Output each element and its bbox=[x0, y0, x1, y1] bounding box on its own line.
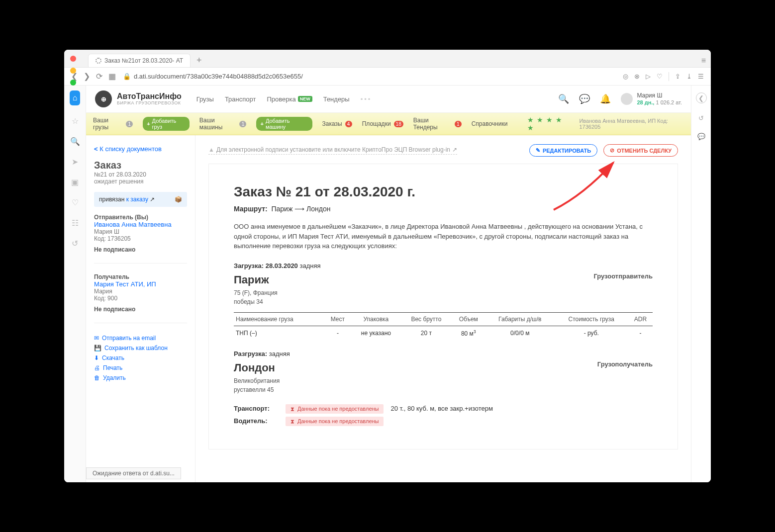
firm-label: Иванова Анна Матвеевна, ИП Код: 1736205 bbox=[579, 118, 684, 130]
sub-nav: Ваши грузы1 +Добавить груз Ваши машины1 … bbox=[86, 113, 691, 135]
cargo-box-icon: 📦 bbox=[175, 196, 182, 203]
action-print[interactable]: 🖨Печать bbox=[94, 363, 187, 373]
history-icon[interactable]: ↺ bbox=[698, 114, 704, 122]
subnav-your-trucks[interactable]: Ваши машины1 bbox=[199, 117, 247, 131]
driver-not-provided: ⧗Данные пока не предоставлены bbox=[286, 417, 384, 426]
subnav-your-cargo[interactable]: Ваши грузы1 bbox=[93, 117, 133, 131]
recip-person: Мария bbox=[94, 288, 187, 295]
nav-transport[interactable]: Транспорт bbox=[225, 95, 256, 103]
edit-button[interactable]: ✎ РЕДАКТИРОВАТЬ bbox=[529, 144, 597, 157]
sender-head: Отправитель (Вы) bbox=[94, 214, 187, 221]
trash-icon: 🗑 bbox=[94, 374, 100, 381]
rail-send-icon[interactable]: ➤ bbox=[72, 157, 78, 167]
rating-stars-icon: ★ ★ ★ ★ ★ bbox=[527, 116, 569, 132]
driver-row: Водитель: ⧗Данные пока не предоставлены bbox=[234, 417, 653, 426]
sender-code: Код: 1736205 bbox=[94, 235, 187, 242]
doc-kind-heading: Заказ bbox=[94, 160, 187, 171]
consignor-label: Грузоотправитель bbox=[593, 272, 653, 280]
user-name: Мария Ш bbox=[637, 92, 682, 99]
recip-head: Получатель bbox=[94, 273, 187, 280]
print-icon: 🖨 bbox=[94, 364, 100, 371]
rail-search-icon[interactable]: 🔍 bbox=[70, 137, 80, 146]
external-link-icon: ↗ bbox=[452, 146, 457, 153]
sender-sign-status: Не подписано bbox=[94, 246, 187, 253]
brand-sub: БИРЖА ГРУЗОПЕРЕВОЗОК bbox=[117, 101, 182, 106]
user-menu[interactable]: Мария Ш 28 дн., 1 026.2 ат. bbox=[621, 92, 682, 106]
back-to-list-link[interactable]: < К списку документов bbox=[94, 145, 187, 153]
lock-icon: 🔒 bbox=[123, 73, 131, 80]
nav-more-icon[interactable]: ••• bbox=[361, 95, 372, 103]
window-close-icon[interactable] bbox=[70, 56, 76, 62]
browser-tabs: Заказ №21от 28.03.2020- АТ + ≡ bbox=[64, 50, 711, 68]
unload-head: Разгрузка: задняя bbox=[234, 350, 653, 357]
document-area: ▲ Для электронной подписи установите или… bbox=[195, 135, 691, 482]
address-bar[interactable]: 🔒 d.ati.su/document/738a00c39e744b04888d… bbox=[123, 73, 616, 80]
doc-number: №21 от 28.03.2020 bbox=[94, 171, 187, 178]
rail-clock-icon[interactable]: ↺ bbox=[72, 239, 78, 248]
url-text: d.ati.su/document/738a00c39e744b04888d5d… bbox=[134, 73, 303, 80]
sender-person: Мария Ш bbox=[94, 228, 187, 235]
share-icon[interactable]: ⇪ bbox=[675, 73, 680, 80]
sender-link[interactable]: Иванова Анна Матвеевна bbox=[94, 221, 187, 228]
to-city: Лондон bbox=[234, 361, 653, 374]
transport-row: Транспорт: ⧗Данные пока не предоставлены… bbox=[234, 404, 653, 414]
transport-not-provided: ⧗Данные пока не предоставлены bbox=[286, 404, 384, 414]
search-icon[interactable]: 🔍 bbox=[558, 93, 569, 104]
subnav-add-cargo[interactable]: +Добавить груз bbox=[143, 117, 190, 131]
ext-icon-1[interactable]: ⊗ bbox=[634, 73, 640, 80]
route-line: Маршрут: Париж ⟶ Лондон bbox=[234, 205, 653, 213]
brand-name: АвтоТрансИнфо bbox=[117, 92, 182, 101]
subnav-directory[interactable]: Справочники bbox=[472, 120, 508, 127]
rail-shield-icon[interactable]: ☆ bbox=[72, 116, 79, 126]
heart-icon[interactable]: ♡ bbox=[657, 73, 663, 80]
window-min-icon[interactable] bbox=[70, 68, 76, 74]
rail-news-icon[interactable]: ☷ bbox=[72, 218, 79, 228]
chat-icon[interactable]: 💬 bbox=[579, 93, 590, 104]
sidebar-icon[interactable]: ☰ bbox=[698, 73, 704, 80]
collapse-panel-icon[interactable]: ❮ bbox=[696, 92, 707, 103]
tabs-menu-icon[interactable]: ≡ bbox=[701, 56, 706, 65]
brand-logo-icon[interactable]: ⊕ bbox=[95, 90, 112, 107]
action-save-template[interactable]: 💾Сохранить как шаблон bbox=[94, 343, 187, 353]
linked-order-box[interactable]: привязан к заказу ↗ 📦 bbox=[94, 192, 187, 207]
hourglass-icon: ⧗ bbox=[291, 418, 294, 425]
browser-tab[interactable]: Заказ №21от 28.03.2020- АТ bbox=[88, 54, 191, 67]
recip-link[interactable]: Мария Тест АТИ, ИП bbox=[94, 280, 187, 288]
nav-cargo[interactable]: Грузы bbox=[196, 95, 214, 103]
hourglass-icon: ⧗ bbox=[291, 406, 294, 412]
subnav-platforms[interactable]: Площадки18 bbox=[362, 120, 403, 127]
rail-heart-icon[interactable]: ♡ bbox=[72, 198, 79, 207]
rail-home-icon[interactable]: ⌂ bbox=[70, 90, 81, 105]
from-addr: победы 34 bbox=[234, 298, 653, 305]
avatar-icon bbox=[621, 93, 633, 105]
bell-icon[interactable]: 🔔 bbox=[600, 93, 611, 104]
downloads-icon[interactable]: ⤓ bbox=[686, 73, 692, 80]
subnav-your-tenders[interactable]: Ваши Тендеры1 bbox=[413, 117, 462, 131]
rail-grid-icon[interactable]: ▣ bbox=[71, 177, 79, 187]
cargo-table: Наименование груза Мест Упаковка Вес бру… bbox=[234, 312, 653, 340]
ext-left-rail: ⌂ ☆ 🔍 ➤ ▣ ♡ ☷ ↺ bbox=[64, 86, 86, 482]
window-max-icon[interactable] bbox=[70, 80, 76, 86]
stop-icon: ⊘ bbox=[610, 147, 614, 154]
ext-icon-2[interactable]: ▷ bbox=[646, 73, 651, 80]
subnav-orders[interactable]: Заказы4 bbox=[322, 120, 352, 127]
chat-panel-icon[interactable]: 💬 bbox=[697, 133, 705, 140]
action-download[interactable]: ⬇Скачать bbox=[94, 353, 187, 363]
nav-check[interactable]: Проверка NEW bbox=[267, 95, 312, 103]
apps-icon[interactable]: ▦ bbox=[108, 72, 116, 81]
crypto-warning-link[interactable]: ▲ Для электронной подписи установите или… bbox=[208, 146, 457, 155]
nav-tenders[interactable]: Тендеры bbox=[323, 95, 350, 103]
reload-icon[interactable]: ⟳ bbox=[96, 72, 102, 81]
warn-icon: ▲ bbox=[208, 146, 214, 153]
forward-icon[interactable]: ❯ bbox=[84, 72, 90, 81]
ext-right-rail: ❮ ↺ 💬 bbox=[691, 86, 711, 482]
doc-intro: ООО анна именуемое в дальнейшем «Заказчи… bbox=[234, 222, 653, 251]
new-badge: NEW bbox=[298, 96, 312, 102]
camera-icon[interactable]: ◎ bbox=[623, 73, 628, 80]
subnav-add-truck[interactable]: +Добавить машину bbox=[256, 117, 312, 131]
action-send-email[interactable]: ✉Отправить на email bbox=[94, 333, 187, 343]
cancel-deal-button[interactable]: ⊘ ОТМЕНИТЬ СДЕЛКУ bbox=[603, 144, 678, 157]
action-delete[interactable]: 🗑Удалить bbox=[94, 373, 187, 383]
new-tab-button[interactable]: + bbox=[194, 54, 205, 67]
mail-icon: ✉ bbox=[94, 335, 99, 342]
